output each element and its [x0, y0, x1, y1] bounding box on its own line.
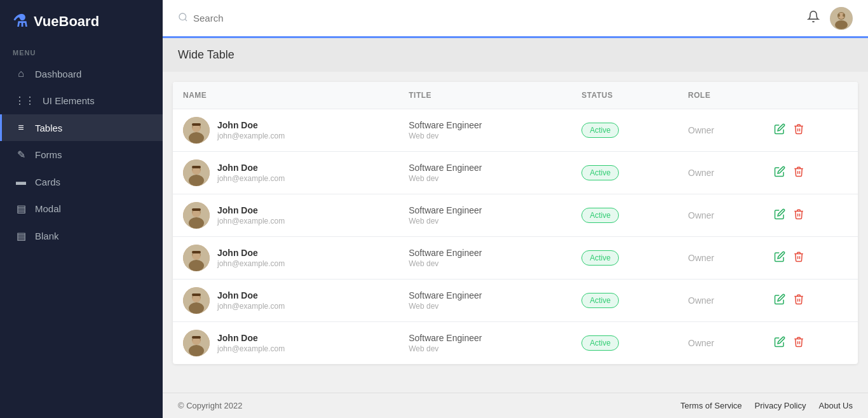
user-avatar-svg [183, 330, 210, 356]
footer-link-about[interactable]: About Us [819, 401, 853, 410]
edit-button[interactable] [774, 123, 785, 138]
svg-point-26 [189, 217, 204, 229]
user-title: Software Engineer [409, 120, 561, 130]
page-title: Wide Table [163, 38, 868, 72]
user-subtitle: Web dev [409, 131, 561, 140]
status-badge: Active [581, 165, 619, 180]
user-avatar [183, 202, 210, 229]
user-role-cell: Owner [678, 109, 764, 152]
user-role-cell: Owner [678, 194, 764, 237]
user-title-cell: Software Engineer Web dev [398, 194, 571, 237]
user-avatar [183, 245, 210, 271]
user-title: Software Engineer [409, 333, 561, 343]
sidebar-item-cards[interactable]: ▬ Cards [0, 168, 163, 195]
card-icon: ▬ [15, 176, 27, 187]
user-avatar-svg [183, 117, 210, 144]
sidebar-item-ui-elements[interactable]: ⋮⋮ UI Elements [0, 87, 163, 114]
footer-copyright: © Copyright 2022 [178, 401, 242, 410]
user-title-cell: Software Engineer Web dev [398, 152, 571, 194]
col-status: STATUS [571, 82, 678, 109]
user-avatar [183, 159, 210, 186]
user-actions-cell [764, 109, 858, 152]
user-name: John Doe [217, 120, 285, 130]
user-subtitle: Web dev [409, 302, 561, 311]
user-email: john@example.com [217, 131, 285, 140]
delete-button[interactable] [793, 208, 804, 223]
user-role: Owner [688, 125, 714, 135]
sidebar-item-blank[interactable]: ▤ Blank [0, 222, 163, 250]
table-row: John Doe john@example.com Software Engin… [173, 280, 858, 322]
user-role: Owner [688, 253, 714, 263]
search-input[interactable] [193, 13, 320, 24]
svg-rect-49 [192, 336, 201, 339]
avatar[interactable] [830, 7, 853, 30]
delete-button[interactable] [793, 293, 804, 308]
edit-button[interactable] [774, 166, 785, 180]
user-role-cell: Owner [678, 280, 764, 322]
user-title-cell: Software Engineer Web dev [398, 322, 571, 365]
user-title: Software Engineer [409, 205, 561, 215]
wide-table: NAME TITLE STATUS ROLE John Doe [173, 82, 858, 364]
col-actions [764, 82, 858, 109]
logo-icon: ⚗ [13, 11, 27, 31]
user-name: John Doe [217, 290, 285, 300]
user-actions-cell [764, 194, 858, 237]
svg-rect-42 [192, 293, 201, 296]
col-name: NAME [173, 82, 398, 109]
sidebar-item-label: Blank [35, 231, 59, 241]
edit-button[interactable] [774, 251, 785, 266]
svg-line-1 [185, 19, 187, 21]
user-name-cell: John Doe john@example.com [173, 237, 398, 280]
bell-icon[interactable] [807, 10, 820, 26]
user-avatar-svg [183, 159, 210, 186]
svg-point-7 [843, 13, 845, 17]
user-status-cell: Active [571, 280, 678, 322]
svg-rect-35 [192, 251, 201, 253]
user-status-cell: Active [571, 322, 678, 365]
footer-link-tos[interactable]: Terms of Service [681, 401, 742, 410]
logo-text: VueBoard [34, 13, 99, 30]
edit-button[interactable] [774, 336, 785, 351]
user-role-cell: Owner [678, 152, 764, 194]
sidebar-item-label: Forms [35, 149, 62, 160]
footer-link-privacy[interactable]: Privacy Policy [755, 401, 806, 410]
user-email: john@example.com [217, 302, 285, 311]
user-name-cell: John Doe john@example.com [173, 152, 398, 194]
user-actions-cell [764, 152, 858, 194]
user-avatar [183, 287, 210, 314]
table-row: John Doe john@example.com Software Engin… [173, 194, 858, 237]
sidebar-item-tables[interactable]: ≡ Tables [0, 114, 163, 141]
table-header-row: NAME TITLE STATUS ROLE [173, 82, 858, 109]
table-icon: ≡ [15, 122, 27, 133]
svg-point-12 [189, 132, 204, 144]
table-row: John Doe john@example.com Software Engin… [173, 237, 858, 280]
user-title: Software Engineer [409, 290, 561, 300]
header-actions [807, 7, 853, 30]
user-subtitle: Web dev [409, 217, 561, 226]
user-name-cell: John Doe john@example.com [173, 280, 398, 322]
delete-button[interactable] [793, 123, 804, 138]
modal-icon: ▤ [15, 203, 27, 215]
edit-button[interactable] [774, 293, 785, 308]
delete-button[interactable] [793, 251, 804, 266]
delete-button[interactable] [793, 336, 804, 351]
user-status-cell: Active [571, 237, 678, 280]
delete-button[interactable] [793, 166, 804, 180]
sidebar-item-dashboard[interactable]: ⌂ Dashboard [0, 60, 163, 87]
svg-rect-14 [192, 123, 201, 126]
user-role-cell: Owner [678, 322, 764, 365]
user-role: Owner [688, 338, 714, 348]
svg-point-40 [189, 302, 204, 314]
sidebar-item-modal[interactable]: ▤ Modal [0, 195, 163, 222]
status-badge: Active [581, 293, 619, 308]
sidebar-item-forms[interactable]: ✎ Forms [0, 141, 163, 168]
home-icon: ⌂ [15, 68, 27, 79]
user-subtitle: Web dev [409, 344, 561, 353]
user-status-cell: Active [571, 109, 678, 152]
user-role-cell: Owner [678, 237, 764, 280]
edit-button[interactable] [774, 208, 785, 223]
user-email: john@example.com [217, 259, 285, 268]
col-title: TITLE [398, 82, 571, 109]
sidebar-item-label: UI Elements [43, 95, 95, 106]
menu-label: MENU [0, 43, 163, 60]
